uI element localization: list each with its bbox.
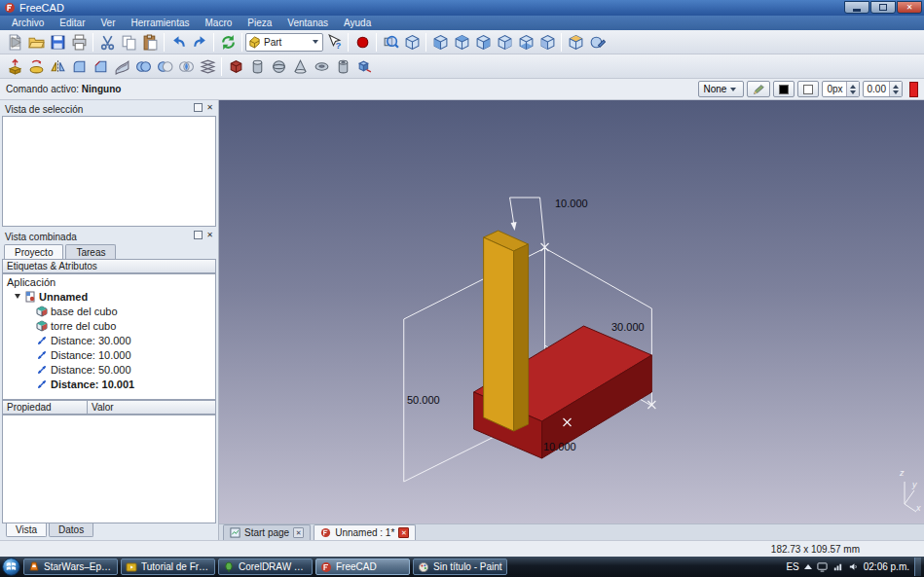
- tree-item-torre-del-cubo[interactable]: torre del cubo: [3, 318, 215, 333]
- menu-herramientas[interactable]: Herramientas: [124, 18, 198, 28]
- redo-button[interactable]: [189, 31, 210, 53]
- display-icon[interactable]: [817, 561, 828, 572]
- taskbar-button-paint[interactable]: Sin título - Paint: [413, 559, 507, 575]
- menu-ventanas[interactable]: Ventanas: [279, 18, 336, 28]
- primitive-sphere-button[interactable]: [268, 55, 289, 77]
- line-style-select[interactable]: None: [698, 81, 745, 97]
- primitive-torus-button[interactable]: [311, 55, 332, 77]
- start-button[interactable]: [2, 558, 20, 576]
- play-macro-button[interactable]: [4, 31, 25, 53]
- line-color-swatch[interactable]: [773, 81, 795, 97]
- tree-item-base-del-cubo[interactable]: base del cubo: [3, 304, 215, 318]
- taskbar-button-freecad[interactable]: FreeCAD: [315, 559, 410, 575]
- copy-button[interactable]: [118, 31, 139, 53]
- rear-view-button[interactable]: [494, 31, 515, 53]
- taskbar-button-tutorial[interactable]: Tutorial de Freecad: ...: [121, 559, 215, 575]
- revolve-button[interactable]: [25, 55, 47, 77]
- cross-sections-button[interactable]: [197, 55, 218, 77]
- title-bar[interactable]: FreeCAD: [0, 0, 924, 16]
- boolean-union-button[interactable]: [132, 55, 154, 77]
- menu-ayuda[interactable]: Ayuda: [336, 18, 379, 28]
- 3d-viewport[interactable]: 10.000 30.000 50.000 10.000 x y z: [219, 100, 924, 523]
- undo-button[interactable]: [167, 31, 189, 53]
- tree-item-unnamed-document[interactable]: Unnamed: [3, 289, 215, 304]
- close-panel-icon[interactable]: [205, 231, 214, 239]
- tree-root-application[interactable]: Aplicación: [3, 274, 215, 289]
- workbench-selector[interactable]: Part: [245, 33, 323, 52]
- open-folder-button[interactable]: [25, 31, 47, 53]
- primitive-cone-button[interactable]: [289, 55, 311, 77]
- record-macro-button[interactable]: [351, 31, 373, 53]
- float-panel-icon[interactable]: [194, 231, 203, 239]
- boolean-cut-button[interactable]: [154, 55, 175, 77]
- float-panel-icon[interactable]: [194, 103, 203, 112]
- menu-archivo[interactable]: Archivo: [4, 18, 52, 28]
- boolean-common-button[interactable]: [175, 55, 197, 77]
- taskbar-button-media-player[interactable]: StarWars–Episode1 - ...: [23, 559, 118, 575]
- property-table[interactable]: [2, 415, 216, 523]
- draw-style-button[interactable]: [586, 31, 608, 53]
- left-view-button[interactable]: [536, 31, 558, 53]
- print-button[interactable]: [68, 31, 90, 53]
- tab-vista[interactable]: Vista: [6, 523, 47, 537]
- axonometric-view-button[interactable]: [401, 31, 423, 53]
- tree-item-distance-10-001[interactable]: Distance: 10.001: [3, 377, 215, 391]
- transparency-spinner[interactable]: 0.00: [863, 81, 903, 97]
- shape-builder-button[interactable]: [353, 55, 375, 77]
- right-view-button[interactable]: [472, 31, 494, 53]
- top-view-button[interactable]: [451, 31, 472, 53]
- paste-button[interactable]: [139, 31, 161, 53]
- spin-down-icon[interactable]: [893, 90, 899, 94]
- tab-unnamed-document[interactable]: Unnamed : 1*: [314, 524, 416, 540]
- menu-macro[interactable]: Macro: [198, 18, 240, 28]
- menu-ver[interactable]: Ver: [92, 18, 123, 28]
- close-tab-icon[interactable]: [293, 527, 304, 538]
- tab-datos[interactable]: Datos: [49, 523, 93, 537]
- network-icon[interactable]: [832, 561, 843, 572]
- tree-item-distance-10[interactable]: Distance: 10.000: [3, 347, 215, 362]
- isometric-view-button[interactable]: [565, 31, 586, 53]
- close-button[interactable]: [897, 1, 922, 14]
- tab-start-page[interactable]: Start page: [223, 524, 311, 540]
- fill-color-swatch[interactable]: [797, 81, 819, 97]
- menu-pieza[interactable]: Pieza: [240, 18, 279, 28]
- close-panel-icon[interactable]: [205, 103, 214, 112]
- bottom-view-button[interactable]: [515, 31, 536, 53]
- pen-style-button[interactable]: [747, 81, 770, 97]
- clock[interactable]: 02:06 p.m.: [864, 561, 909, 572]
- column-propiedad[interactable]: Propiedad: [2, 400, 88, 415]
- show-hidden-icons-icon[interactable]: [804, 564, 812, 569]
- whats-this-button[interactable]: ?: [323, 31, 345, 53]
- extrude-button[interactable]: [4, 55, 25, 77]
- close-tab-icon[interactable]: [398, 527, 409, 538]
- taskbar-button-coreldraw[interactable]: CorelDRAW X7 - C:\...: [218, 559, 313, 575]
- maximize-button[interactable]: [870, 1, 896, 14]
- minimize-button[interactable]: [844, 1, 869, 14]
- refresh-button[interactable]: [217, 31, 239, 53]
- spin-down-icon[interactable]: [850, 90, 856, 94]
- front-view-button[interactable]: [429, 31, 451, 53]
- primitive-box-button[interactable]: [225, 55, 246, 77]
- menu-editar[interactable]: Editar: [52, 18, 92, 28]
- mirror-button[interactable]: [47, 55, 68, 77]
- expander-icon[interactable]: [15, 294, 20, 299]
- tree-item-distance-30[interactable]: Distance: 30.000: [3, 333, 215, 347]
- spin-up-icon[interactable]: [850, 85, 856, 89]
- column-valor[interactable]: Valor: [88, 400, 216, 415]
- tab-proyecto[interactable]: Proyecto: [4, 244, 63, 259]
- fit-all-button[interactable]: [380, 31, 401, 53]
- cut-button[interactable]: [96, 31, 118, 53]
- primitive-cylinder-button[interactable]: [246, 55, 268, 77]
- chamfer-button[interactable]: [90, 55, 111, 77]
- combined-view-title[interactable]: Vista combinada: [2, 230, 216, 243]
- tree-item-distance-50[interactable]: Distance: 50.000: [3, 362, 215, 377]
- model-tree[interactable]: Aplicación Unnamed base del cubo torre d…: [2, 273, 216, 400]
- line-width-spinner[interactable]: 0px: [822, 81, 859, 97]
- selection-view-title[interactable]: Vista de selección: [2, 102, 216, 116]
- language-indicator[interactable]: ES: [786, 561, 798, 572]
- fillet-button[interactable]: [68, 55, 90, 77]
- volume-icon[interactable]: [848, 561, 859, 572]
- primitive-tube-button[interactable]: [332, 55, 353, 77]
- ruled-surface-button[interactable]: [111, 55, 132, 77]
- show-desktop-button[interactable]: [914, 558, 921, 576]
